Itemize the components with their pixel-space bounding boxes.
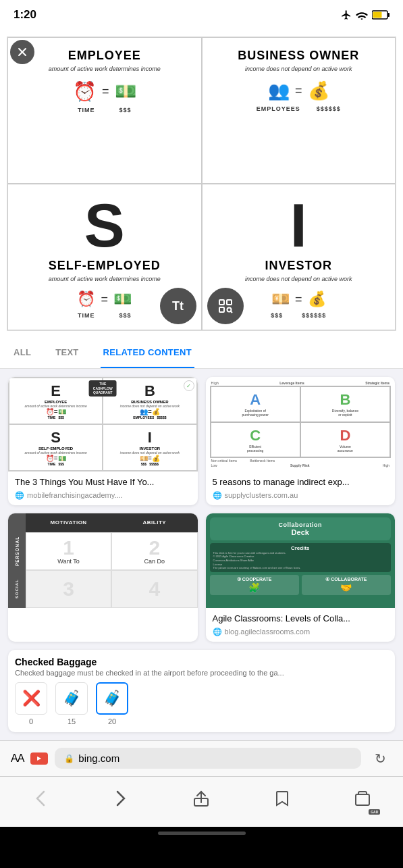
business-owner-title: BUSINESS OWNER — [238, 49, 359, 63]
baggage-icon-x: ❌ — [15, 682, 47, 715]
supply-result-image: High Leverage Items Strategic Items A Ex… — [206, 377, 396, 471]
check-icon: ✓ — [184, 380, 194, 391]
baggage-title: Checked Baggage — [15, 657, 388, 667]
globe-icon-1: 🌐 — [15, 491, 24, 500]
baggage-icon-20[interactable]: 🧳 — [96, 682, 128, 715]
battery-icon — [372, 10, 389, 20]
motivation-result-card[interactable]: MOTIVATION ABILITY PERSONAL 1 Want To 2 … — [8, 513, 198, 642]
investor-labels: $$$ $$$$$$ — [271, 312, 326, 319]
url-bar[interactable]: 🔒 bing.com — [55, 748, 361, 769]
overlay-controls: Tt — [160, 288, 244, 324]
home-bar — [158, 832, 246, 835]
business-owner-labels: EMPLOYEES $$$$$$ — [257, 105, 341, 112]
lock-icon: 🔒 — [64, 754, 74, 763]
text-tool-button[interactable]: Tt — [160, 288, 196, 324]
self-employed-labels: TIME $$$ — [78, 312, 132, 319]
mini-s-letter: S — [51, 429, 61, 446]
tabs-button[interactable]: GAD — [348, 784, 377, 813]
mini-q-b: B BUSINESS OWNER income does not depend … — [103, 378, 196, 424]
baggage-icon-15: 🧳 — [55, 682, 88, 715]
cashflow-result-card[interactable]: E EMPLOYEE amount of active work determi… — [8, 377, 198, 505]
close-button[interactable] — [10, 40, 34, 64]
text-tool-label: Tt — [172, 299, 184, 313]
collab-deck-box: Collaboration Deck — [210, 517, 392, 540]
investor-letter: I — [290, 195, 307, 256]
personal-label: PERSONAL — [8, 532, 26, 570]
social-label: SOCIAL — [8, 570, 26, 608]
employee-labels: TIME $$$ — [78, 107, 132, 113]
investor-icons: 💴 = 💰 — [271, 290, 326, 308]
investor-subtitle: income does not depend on active work — [245, 276, 352, 282]
video-button[interactable] — [30, 752, 48, 765]
want-to-label: Want To — [57, 558, 80, 565]
cashflow-card-title: The 3 Things You Must Have If Yo... — [15, 477, 191, 488]
agile-card-title: Agile Classrooms: Levels of Colla... — [213, 613, 389, 625]
employee-subtitle: amount of active work determines income — [49, 66, 161, 72]
employee-quadrant: EMPLOYEE amount of active work determine… — [7, 37, 202, 184]
mini-e-letter: E — [51, 382, 61, 400]
related-content-section: E EMPLOYEE amount of active work determi… — [0, 369, 403, 740]
supply-card-info: 5 reasons to manage indirect exp... 🌐 su… — [206, 471, 396, 505]
baggage-section: Checked Baggage Checked baggage must be … — [8, 650, 395, 732]
want-to-cell: 1 Want To — [26, 532, 111, 570]
wifi-icon — [356, 10, 368, 20]
baggage-subtitle: Checked baggage must be checked in at th… — [15, 669, 388, 677]
tab-related-content[interactable]: RELATED CONTENT — [101, 338, 194, 368]
ability-header: ABILITY — [111, 513, 197, 532]
status-time: 1:20 — [14, 8, 36, 22]
content-grid: E EMPLOYEE amount of active work determi… — [8, 377, 395, 642]
business-owner-quadrant: BUSINESS OWNER income does not depend on… — [202, 37, 396, 184]
employee-title: EMPLOYEE — [68, 49, 141, 63]
tab-all[interactable]: ALL — [11, 338, 34, 368]
business-owner-subtitle: income does not depend on active work — [245, 66, 352, 72]
url-text: bing.com — [78, 752, 119, 764]
supply-card-title: 5 reasons to manage indirect exp... — [213, 477, 389, 488]
self-employed-title: SELF-EMPLOYED — [49, 259, 161, 273]
cashflow-card-url: 🌐 mobilefranchisingacademy.... — [15, 491, 191, 500]
image-viewer: EMPLOYEE amount of active work determine… — [0, 30, 403, 338]
matrix-cell-a: A Exploitation of purchasing power — [211, 386, 300, 422]
mini-q-i: I INVESTOR income does not depend on act… — [103, 424, 196, 471]
baggage-card[interactable]: Checked Baggage Checked baggage must be … — [8, 650, 395, 732]
supply-card-url: 🌐 supplyclusters.com.au — [213, 491, 389, 500]
collaborate-box: ④ COLLABORATE 🤝 — [302, 575, 391, 595]
cashflow-badge: THECASHFLOWQUADRANT — [89, 380, 117, 397]
business-owner-icons: 👥 = 💰 — [268, 80, 329, 101]
bookmarks-button[interactable] — [267, 784, 297, 813]
matrix-cell-d: D Volume assurance — [300, 422, 390, 458]
investor-title: INVESTOR — [265, 259, 332, 273]
status-bar: 1:20 — [0, 0, 403, 30]
baggage-icons-row: ❌ 0 🧳 15 🧳 20 — [15, 682, 388, 725]
cell2-number: 2 — [149, 538, 161, 558]
status-icons — [341, 9, 389, 20]
svg-line-7 — [231, 311, 232, 313]
motivation-image: MOTIVATION ABILITY PERSONAL 1 Want To 2 … — [8, 513, 198, 608]
supply-result-card[interactable]: High Leverage Items Strategic Items A Ex… — [206, 377, 396, 505]
aa-button[interactable]: AA — [11, 752, 24, 765]
cell4: 4 — [111, 570, 197, 608]
scan-tool-button[interactable] — [207, 288, 244, 324]
tab-text[interactable]: TEXT — [53, 338, 81, 368]
self-employed-icons: ⏰ = 💵 — [77, 290, 132, 308]
cashflow-card-info: The 3 Things You Must Have If Yo... 🌐 mo… — [8, 471, 198, 505]
mini-i-letter: I — [148, 429, 152, 446]
credits-box: Credits This deck is free for you to use… — [210, 543, 392, 572]
svg-rect-2 — [373, 12, 382, 18]
back-button[interactable] — [26, 784, 55, 813]
self-employed-letter: S — [84, 195, 125, 256]
home-indicator — [0, 827, 403, 840]
browser-bar: AA 🔒 bing.com ↻ — [0, 740, 403, 776]
globe-icon-2: 🌐 — [213, 491, 222, 500]
cashflow-quadrant-display: EMPLOYEE amount of active work determine… — [7, 36, 396, 331]
refresh-button[interactable]: ↻ — [368, 746, 392, 771]
forward-button[interactable] — [106, 784, 136, 813]
employee-icons: ⏰ = 💵 — [73, 80, 136, 103]
share-button[interactable] — [186, 784, 216, 813]
agile-result-card[interactable]: Collaboration Deck Credits This deck is … — [206, 513, 396, 642]
bottom-nav: GAD — [0, 776, 403, 827]
svg-rect-3 — [219, 300, 224, 305]
svg-point-6 — [227, 308, 231, 312]
tabs-bar: ALL TEXT RELATED CONTENT — [0, 338, 403, 369]
motivation-header: MOTIVATION — [26, 513, 111, 532]
svg-rect-9 — [356, 794, 369, 805]
